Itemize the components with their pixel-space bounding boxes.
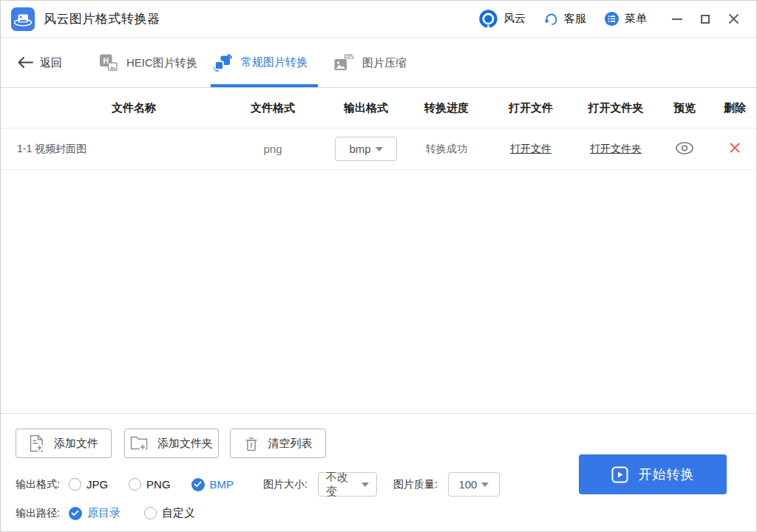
titlebar: 风云图片格式转换器 风云 客服 xyxy=(1,1,756,38)
image-size-label: 图片大小: xyxy=(263,478,308,491)
header-delete: 删除 xyxy=(712,101,757,115)
play-icon xyxy=(611,466,628,483)
format-option-bmp[interactable]: BMP xyxy=(191,478,234,491)
image-size-dropdown[interactable]: 不改变 xyxy=(318,472,377,497)
menu-icon xyxy=(604,11,619,27)
tab-heic-label: HEIC图片转换 xyxy=(126,55,197,69)
brand-button[interactable]: 风云 xyxy=(478,9,526,29)
radio-unchecked-icon xyxy=(69,478,81,491)
format-option-png-label: PNG xyxy=(146,478,171,491)
close-icon xyxy=(728,13,739,24)
table-row: 1-1 视频封面图 png bmp 转换成功 打开文件 打开文件夹 xyxy=(1,129,756,170)
format-option-jpg-label: JPG xyxy=(86,478,108,491)
image-quality-value: 100 xyxy=(458,478,477,491)
menu-button[interactable]: 菜单 xyxy=(604,11,647,27)
app-title: 风云图片格式转换器 xyxy=(44,10,160,27)
headset-icon xyxy=(543,11,559,27)
header-file-format: 文件格式 xyxy=(220,101,326,115)
format-option-jpg[interactable]: JPG xyxy=(69,478,108,491)
start-convert-button[interactable]: 开始转换 xyxy=(579,454,727,494)
delete-x-icon xyxy=(729,142,741,154)
path-option-original-label: 原目录 xyxy=(87,506,120,520)
regular-convert-icon xyxy=(213,53,233,72)
support-label: 客服 xyxy=(564,12,586,26)
open-file-link[interactable]: 打开文件 xyxy=(510,143,551,154)
path-option-original[interactable]: 原目录 xyxy=(69,506,120,520)
path-option-custom-label: 自定义 xyxy=(162,506,195,520)
close-button[interactable] xyxy=(722,8,744,30)
radio-unchecked-icon xyxy=(144,507,157,519)
format-option-png[interactable]: PNG xyxy=(129,478,171,491)
preview-button[interactable] xyxy=(673,141,696,155)
cell-file-name: 1-1 视频封面图 xyxy=(1,143,220,156)
image-quality-label: 图片质量: xyxy=(393,478,438,491)
clear-list-label: 清空列表 xyxy=(268,437,313,451)
tab-bar: 返回 H HEIC图片转换 常规图片转换 ZIP xyxy=(1,38,756,88)
fengyun-logo-icon xyxy=(478,9,498,29)
eye-icon xyxy=(673,141,696,155)
open-folder-link[interactable]: 打开文件夹 xyxy=(590,143,642,154)
tab-heic-convert[interactable]: H HEIC图片转换 xyxy=(99,53,197,72)
clear-list-button[interactable]: 清空列表 xyxy=(230,429,326,458)
minimize-icon xyxy=(672,18,682,20)
app-logo-icon xyxy=(11,7,35,31)
output-path-label: 输出路径: xyxy=(16,507,60,520)
maximize-icon xyxy=(701,15,710,24)
add-folder-button[interactable]: 添加文件夹 xyxy=(124,429,219,458)
tab-regular-label: 常规图片转换 xyxy=(241,55,308,69)
svg-text:ZIP: ZIP xyxy=(346,55,351,58)
cell-progress: 转换成功 xyxy=(406,143,487,156)
tab-compress[interactable]: ZIP 图片压缩 xyxy=(333,53,407,72)
heic-convert-icon: H xyxy=(99,53,118,72)
add-file-button[interactable]: 添加文件 xyxy=(16,429,112,458)
maximize-button[interactable] xyxy=(694,8,716,30)
settings-row: 输出格式: JPG PNG BMP 图片大小: 不改变 图片质量: xyxy=(16,472,500,497)
format-option-bmp-label: BMP xyxy=(210,478,234,491)
back-label: 返回 xyxy=(40,55,62,69)
header-progress: 转换进度 xyxy=(406,101,487,115)
radio-checked-icon xyxy=(191,478,205,491)
header-open-folder: 打开文件夹 xyxy=(574,101,657,115)
header-preview: 预览 xyxy=(657,101,712,115)
add-file-label: 添加文件 xyxy=(54,437,98,451)
add-folder-label: 添加文件夹 xyxy=(157,437,213,451)
delete-button[interactable] xyxy=(729,142,741,154)
image-compress-icon: ZIP xyxy=(333,53,354,72)
radio-unchecked-icon xyxy=(129,478,141,491)
support-button[interactable]: 客服 xyxy=(543,11,586,27)
output-format-label: 输出格式: xyxy=(16,478,60,491)
add-file-icon xyxy=(29,434,44,452)
tab-compress-label: 图片压缩 xyxy=(362,55,407,69)
back-arrow-icon xyxy=(17,57,33,69)
window-controls xyxy=(666,8,744,30)
add-folder-icon xyxy=(130,435,148,451)
output-path-row: 输出路径: 原目录 自定义 xyxy=(16,506,195,520)
image-size-value: 不改变 xyxy=(326,471,357,499)
table-header: 文件名称 文件格式 输出格式 转换进度 打开文件 打开文件夹 预览 删除 xyxy=(1,88,756,129)
output-format-dropdown[interactable]: bmp xyxy=(335,137,397,161)
header-open-file: 打开文件 xyxy=(487,101,574,115)
radio-checked-icon xyxy=(69,507,82,520)
header-output-format: 输出格式 xyxy=(326,101,406,115)
chevron-down-icon xyxy=(481,482,489,487)
minimize-button[interactable] xyxy=(666,8,688,30)
output-format-value: bmp xyxy=(349,143,370,155)
menu-label: 菜单 xyxy=(625,12,647,26)
bottom-panel: 添加文件 添加文件夹 清空列表 输出格式: JPG xyxy=(1,413,756,531)
image-quality-dropdown[interactable]: 100 xyxy=(448,472,500,497)
chevron-down-icon xyxy=(361,482,369,487)
cell-source-format: png xyxy=(220,143,326,155)
brand-label: 风云 xyxy=(503,12,526,26)
app-window: 风云图片格式转换器 风云 客服 xyxy=(0,0,757,532)
path-option-custom[interactable]: 自定义 xyxy=(144,506,195,520)
active-tab-underline xyxy=(211,84,318,87)
tab-regular-convert[interactable]: 常规图片转换 xyxy=(213,53,308,72)
start-convert-label: 开始转换 xyxy=(639,466,695,483)
chevron-down-icon xyxy=(376,147,383,151)
trash-icon xyxy=(244,435,259,452)
back-button[interactable]: 返回 xyxy=(17,55,62,69)
header-file-name: 文件名称 xyxy=(1,101,220,115)
